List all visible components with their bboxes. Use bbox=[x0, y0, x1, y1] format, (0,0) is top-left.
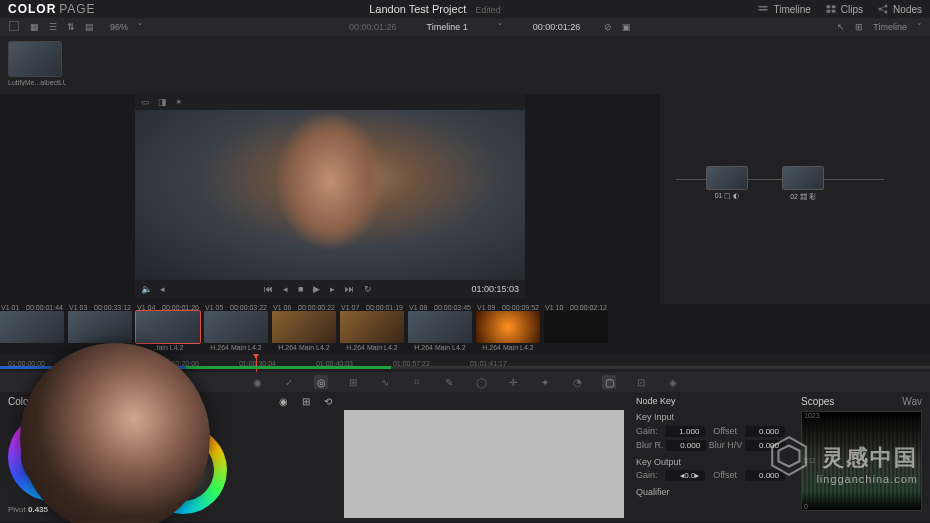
key-preview bbox=[344, 410, 624, 518]
magic-mask-icon[interactable]: ✦ bbox=[538, 375, 552, 389]
presenter-overlay bbox=[20, 343, 210, 523]
color-match-icon[interactable]: ✓ bbox=[282, 375, 296, 389]
play-icon[interactable]: ▶ bbox=[313, 284, 320, 294]
still-label: LutifyMe...albectLUT bbox=[8, 79, 66, 86]
first-frame-icon[interactable]: ⏮ bbox=[264, 284, 273, 294]
gain2-input[interactable]: ◂0.0▸ bbox=[665, 470, 705, 481]
scopes-panel: Scopes Wav 1023 512 0 bbox=[793, 392, 930, 522]
sizing-icon[interactable]: ⊡ bbox=[634, 375, 648, 389]
filter-icon[interactable]: ▤ bbox=[85, 22, 94, 32]
svg-rect-3 bbox=[832, 5, 836, 8]
viewer-timecode[interactable]: 01:00:15:03 bbox=[471, 284, 519, 294]
node-key-panel: Node Key Key Input Gain:1.000Offset0.000… bbox=[628, 392, 793, 522]
camera-raw-icon[interactable]: ◉ bbox=[250, 375, 264, 389]
gain-input[interactable]: 1.000 bbox=[665, 426, 705, 437]
reset-icon[interactable]: ⟲ bbox=[324, 396, 332, 407]
unknown-tool-icon[interactable]: ⊞ bbox=[855, 22, 863, 32]
volume-icon[interactable]: ◂ bbox=[160, 284, 165, 294]
playhead[interactable] bbox=[256, 354, 257, 372]
timeline-tick: 01:00:40:03 bbox=[316, 360, 353, 367]
chevron-down-icon[interactable]: ˅ bbox=[498, 22, 503, 32]
pointer-icon[interactable]: ↖ bbox=[837, 22, 845, 32]
chevron-down-icon[interactable]: ˅ bbox=[917, 22, 922, 32]
clip-thumbnail[interactable]: V1 0900:00:09:52H.264 Main L4.2 bbox=[476, 304, 540, 354]
overlay-title-b: PAGE bbox=[59, 2, 95, 16]
unmute-icon[interactable]: 🔈 bbox=[141, 284, 152, 294]
title-bar: COLOR PAGE Landon Test Project Edited Ti… bbox=[0, 0, 930, 18]
wheel-mode2-icon[interactable]: ⊞ bbox=[302, 396, 310, 407]
highlight-icon[interactable]: ✶ bbox=[175, 97, 183, 107]
color-wheels-icon[interactable]: ◎ bbox=[314, 375, 328, 389]
image-wipe-icon[interactable]: ▭ bbox=[141, 97, 150, 107]
offset2-input[interactable]: 0.000 bbox=[745, 470, 785, 481]
svg-rect-1 bbox=[759, 9, 768, 11]
svg-rect-4 bbox=[826, 10, 830, 13]
svg-rect-9 bbox=[10, 22, 19, 31]
node-01[interactable]: 01 ▢ ◐ bbox=[706, 166, 748, 200]
tracking-icon[interactable]: ✛ bbox=[506, 375, 520, 389]
next-frame-icon[interactable]: ▸ bbox=[330, 284, 335, 294]
wheel-mode-icon[interactable]: ◉ bbox=[279, 396, 288, 407]
offset-input[interactable]: 0.000 bbox=[745, 426, 785, 437]
stop-icon[interactable]: ■ bbox=[298, 284, 303, 294]
key-output-label: Key Output bbox=[636, 457, 785, 467]
windows-icon[interactable]: ◯ bbox=[474, 375, 488, 389]
qualifier-icon[interactable]: ✎ bbox=[442, 375, 456, 389]
toggle-clips[interactable]: Clips bbox=[825, 3, 863, 15]
project-state: Edited bbox=[475, 5, 501, 15]
last-frame-icon[interactable]: ⏭ bbox=[345, 284, 354, 294]
transport-bar: 🔈 ◂ ⏮ ◂ ■ ▶ ▸ ⏭ ↻ 01:00:15:03 bbox=[135, 280, 525, 298]
overlay-title-a: COLOR bbox=[8, 2, 56, 16]
blur-hv-input[interactable]: 0.000 bbox=[745, 440, 785, 451]
loop-icon[interactable]: ↻ bbox=[364, 284, 372, 294]
key-icon[interactable]: ▢ bbox=[602, 375, 616, 389]
clip-thumbnail[interactable]: V1 0100:00:01:44 bbox=[0, 304, 64, 354]
timeline-tick: 01:00:00:00 bbox=[8, 360, 45, 367]
project-title: Landon Test Project bbox=[369, 3, 466, 15]
viewer-image[interactable] bbox=[135, 110, 525, 280]
curves-icon[interactable]: ∿ bbox=[378, 375, 392, 389]
warper-icon[interactable]: ⌗ bbox=[410, 375, 424, 389]
node-02[interactable]: 02 ▦ 彩 bbox=[782, 166, 824, 202]
timecode-left[interactable]: 00:00:01:26 bbox=[349, 22, 397, 32]
node-key-header: Node Key bbox=[636, 396, 785, 406]
timecode-right[interactable]: 00:00:01:26 bbox=[533, 22, 581, 32]
list-icon[interactable]: ☰ bbox=[49, 22, 57, 32]
zoom-value[interactable]: 96% bbox=[110, 22, 128, 32]
waveform-scope: 1023 512 0 bbox=[801, 411, 922, 511]
svg-rect-0 bbox=[759, 6, 768, 8]
clip-thumbnail[interactable]: V1 0400:00:01:26..tain L4.2 bbox=[136, 304, 200, 354]
clip-thumbnail[interactable]: V1 0500:00:03:22H.264 Main L4.2 bbox=[204, 304, 268, 354]
clip-thumbnail[interactable]: V1 0600:00:00:22H.264 Main L4.2 bbox=[272, 304, 336, 354]
tab-scopes[interactable]: Scopes bbox=[801, 396, 834, 407]
blur-icon[interactable]: ◔ bbox=[570, 375, 584, 389]
key-input-label: Key Input bbox=[636, 412, 785, 422]
clip-thumbnail[interactable]: V1 0700:00:01:19H.264 Main L4.2 bbox=[340, 304, 404, 354]
qualifier-label: Qualifier bbox=[636, 487, 785, 497]
prev-frame-icon[interactable]: ◂ bbox=[283, 284, 288, 294]
grab-still-icon[interactable]: ▣ bbox=[622, 22, 631, 32]
viewer-panel: ▭ ◨ ✶ 🔈 ◂ ⏮ ◂ ■ ▶ ▸ ⏭ ↻ 01:00:15:03 bbox=[0, 94, 660, 304]
bypass-icon[interactable]: ⊘ bbox=[604, 22, 612, 32]
toggle-nodes[interactable]: Nodes bbox=[877, 3, 922, 15]
blur-r-input[interactable]: 0.000 bbox=[666, 440, 706, 451]
clip-thumbnail[interactable]: V1 1000:00:02:12 bbox=[544, 304, 608, 354]
stills-gallery: LutifyMe...albectLUT bbox=[0, 36, 930, 94]
clip-thumbnail[interactable]: V1 0800:00:03:45H.264 Main L4.2 bbox=[408, 304, 472, 354]
gallery-toggle-icon[interactable] bbox=[8, 20, 20, 34]
sort-icon[interactable]: ⇅ bbox=[67, 22, 75, 32]
node-graph[interactable]: 01 ▢ ◐ 02 ▦ 彩 bbox=[660, 94, 930, 304]
grid-icon[interactable]: ▦ bbox=[30, 22, 39, 32]
still-thumbnail[interactable]: LutifyMe...albectLUT bbox=[8, 41, 66, 89]
3d-icon[interactable]: ◈ bbox=[666, 375, 680, 389]
toggle-timeline[interactable]: Timeline bbox=[757, 3, 810, 15]
main-toolbar: ▦ ☰ ⇅ ▤ 96% ˅ 00:00:01:26 Timeline 1 ˅ 0… bbox=[0, 18, 930, 36]
timeline-name[interactable]: Timeline 1 bbox=[427, 22, 468, 32]
chevron-down-icon[interactable]: ˅ bbox=[138, 22, 143, 32]
timeline-tick: 01:00:57:22 bbox=[393, 360, 430, 367]
rgb-mixer-icon[interactable]: ⊞ bbox=[346, 375, 360, 389]
timeline-dropdown[interactable]: Timeline bbox=[873, 22, 907, 32]
svg-rect-2 bbox=[826, 5, 830, 8]
tab-waveform[interactable]: Wav bbox=[902, 396, 922, 407]
split-screen-icon[interactable]: ◨ bbox=[158, 97, 167, 107]
